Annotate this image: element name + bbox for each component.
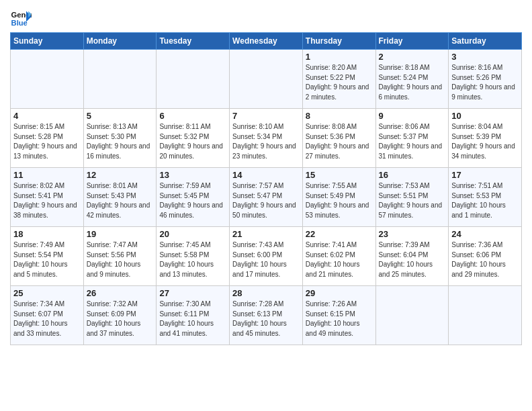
day-cell: 15Sunrise: 7:55 AM Sunset: 5:49 PM Dayli… xyxy=(302,168,375,227)
day-cell: 26Sunrise: 7:32 AM Sunset: 6:09 PM Dayli… xyxy=(83,286,157,345)
day-cell xyxy=(375,286,449,345)
day-info: Sunrise: 8:15 AM Sunset: 5:28 PM Dayligh… xyxy=(13,122,81,161)
day-number: 27 xyxy=(159,288,226,298)
day-cell: 6Sunrise: 8:11 AM Sunset: 5:32 PM Daylig… xyxy=(157,109,230,168)
day-number: 29 xyxy=(306,288,373,298)
day-number: 28 xyxy=(232,288,300,298)
day-number: 13 xyxy=(159,170,226,180)
day-cell: 9Sunrise: 8:06 AM Sunset: 5:37 PM Daylig… xyxy=(375,109,449,168)
week-row-5: 25Sunrise: 7:34 AM Sunset: 6:07 PM Dayli… xyxy=(11,286,522,345)
day-info: Sunrise: 7:43 AM Sunset: 6:00 PM Dayligh… xyxy=(232,240,300,279)
day-number: 8 xyxy=(306,111,373,121)
day-number: 9 xyxy=(379,111,446,121)
day-info: Sunrise: 8:18 AM Sunset: 5:24 PM Dayligh… xyxy=(379,63,446,102)
day-cell xyxy=(83,50,157,109)
header-row-days: SundayMondayTuesdayWednesdayThursdayFrid… xyxy=(11,33,522,50)
day-number: 4 xyxy=(13,111,81,121)
day-info: Sunrise: 8:06 AM Sunset: 5:37 PM Dayligh… xyxy=(379,122,446,161)
day-number: 14 xyxy=(232,170,300,180)
week-row-2: 4Sunrise: 8:15 AM Sunset: 5:28 PM Daylig… xyxy=(11,109,522,168)
day-cell: 28Sunrise: 7:28 AM Sunset: 6:13 PM Dayli… xyxy=(230,286,303,345)
day-number: 12 xyxy=(87,170,154,180)
day-info: Sunrise: 8:01 AM Sunset: 5:43 PM Dayligh… xyxy=(87,181,154,220)
day-cell: 1Sunrise: 8:20 AM Sunset: 5:22 PM Daylig… xyxy=(302,50,375,109)
day-number: 15 xyxy=(306,170,373,180)
day-cell xyxy=(230,50,303,109)
day-cell: 19Sunrise: 7:47 AM Sunset: 5:56 PM Dayli… xyxy=(83,227,157,286)
day-cell: 13Sunrise: 7:59 AM Sunset: 5:45 PM Dayli… xyxy=(157,168,230,227)
day-number: 6 xyxy=(159,111,226,121)
day-info: Sunrise: 7:36 AM Sunset: 6:06 PM Dayligh… xyxy=(451,240,519,279)
col-header-monday: Monday xyxy=(83,33,157,50)
day-number: 11 xyxy=(13,170,81,180)
day-info: Sunrise: 7:41 AM Sunset: 6:02 PM Dayligh… xyxy=(306,240,373,279)
day-info: Sunrise: 8:10 AM Sunset: 5:34 PM Dayligh… xyxy=(232,122,300,161)
day-cell: 3Sunrise: 8:16 AM Sunset: 5:26 PM Daylig… xyxy=(449,50,522,109)
day-number: 18 xyxy=(13,229,81,239)
week-row-4: 18Sunrise: 7:49 AM Sunset: 5:54 PM Dayli… xyxy=(11,227,522,286)
day-info: Sunrise: 7:34 AM Sunset: 6:07 PM Dayligh… xyxy=(13,300,81,338)
col-header-wednesday: Wednesday xyxy=(230,33,303,50)
day-cell: 18Sunrise: 7:49 AM Sunset: 5:54 PM Dayli… xyxy=(11,227,84,286)
day-cell: 23Sunrise: 7:39 AM Sunset: 6:04 PM Dayli… xyxy=(375,227,449,286)
day-cell: 10Sunrise: 8:04 AM Sunset: 5:39 PM Dayli… xyxy=(449,109,522,168)
day-cell xyxy=(11,50,84,109)
day-info: Sunrise: 7:49 AM Sunset: 5:54 PM Dayligh… xyxy=(13,240,81,279)
week-row-1: 1Sunrise: 8:20 AM Sunset: 5:22 PM Daylig… xyxy=(11,50,522,109)
day-cell: 5Sunrise: 8:13 AM Sunset: 5:30 PM Daylig… xyxy=(83,109,157,168)
day-cell: 20Sunrise: 7:45 AM Sunset: 5:58 PM Dayli… xyxy=(157,227,230,286)
calendar-table: SundayMondayTuesdayWednesdayThursdayFrid… xyxy=(10,32,522,345)
day-number: 22 xyxy=(306,229,373,239)
day-cell: 12Sunrise: 8:01 AM Sunset: 5:43 PM Dayli… xyxy=(83,168,157,227)
day-cell xyxy=(449,286,522,345)
day-info: Sunrise: 7:39 AM Sunset: 6:04 PM Dayligh… xyxy=(379,240,446,279)
day-cell: 25Sunrise: 7:34 AM Sunset: 6:07 PM Dayli… xyxy=(11,286,84,345)
col-header-friday: Friday xyxy=(375,33,449,50)
day-number: 17 xyxy=(451,170,519,180)
day-number: 24 xyxy=(451,229,519,239)
day-info: Sunrise: 8:02 AM Sunset: 5:41 PM Dayligh… xyxy=(13,181,81,220)
week-row-3: 11Sunrise: 8:02 AM Sunset: 5:41 PM Dayli… xyxy=(11,168,522,227)
day-info: Sunrise: 8:04 AM Sunset: 5:39 PM Dayligh… xyxy=(451,122,519,161)
day-cell: 27Sunrise: 7:30 AM Sunset: 6:11 PM Dayli… xyxy=(157,286,230,345)
day-number: 5 xyxy=(87,111,154,121)
day-number: 2 xyxy=(379,52,446,62)
day-number: 19 xyxy=(87,229,154,239)
day-info: Sunrise: 7:47 AM Sunset: 5:56 PM Dayligh… xyxy=(87,240,154,279)
day-cell: 14Sunrise: 7:57 AM Sunset: 5:47 PM Dayli… xyxy=(230,168,303,227)
day-number: 16 xyxy=(379,170,446,180)
day-info: Sunrise: 7:32 AM Sunset: 6:09 PM Dayligh… xyxy=(87,300,154,338)
day-info: Sunrise: 7:45 AM Sunset: 5:58 PM Dayligh… xyxy=(159,240,226,279)
day-cell: 2Sunrise: 8:18 AM Sunset: 5:24 PM Daylig… xyxy=(375,50,449,109)
day-info: Sunrise: 7:57 AM Sunset: 5:47 PM Dayligh… xyxy=(232,181,300,220)
day-cell: 24Sunrise: 7:36 AM Sunset: 6:06 PM Dayli… xyxy=(449,227,522,286)
header-row: General Blue xyxy=(10,7,522,28)
day-info: Sunrise: 8:13 AM Sunset: 5:30 PM Dayligh… xyxy=(87,122,154,161)
main-container: General Blue SundayMondayTuesdayWednesda… xyxy=(0,0,532,351)
day-number: 10 xyxy=(451,111,519,121)
day-info: Sunrise: 7:59 AM Sunset: 5:45 PM Dayligh… xyxy=(159,181,226,220)
day-info: Sunrise: 7:53 AM Sunset: 5:51 PM Dayligh… xyxy=(379,181,446,220)
day-number: 3 xyxy=(451,52,519,62)
col-header-sunday: Sunday xyxy=(11,33,84,50)
col-header-saturday: Saturday xyxy=(449,33,522,50)
day-info: Sunrise: 8:08 AM Sunset: 5:36 PM Dayligh… xyxy=(306,122,373,161)
day-number: 1 xyxy=(306,52,373,62)
day-info: Sunrise: 8:16 AM Sunset: 5:26 PM Dayligh… xyxy=(451,63,519,102)
day-info: Sunrise: 8:20 AM Sunset: 5:22 PM Dayligh… xyxy=(306,63,373,102)
day-number: 23 xyxy=(379,229,446,239)
day-cell xyxy=(157,50,230,109)
logo: General Blue xyxy=(10,7,34,28)
day-info: Sunrise: 7:28 AM Sunset: 6:13 PM Dayligh… xyxy=(232,300,300,338)
day-cell: 29Sunrise: 7:26 AM Sunset: 6:15 PM Dayli… xyxy=(302,286,375,345)
day-cell: 21Sunrise: 7:43 AM Sunset: 6:00 PM Dayli… xyxy=(230,227,303,286)
day-number: 7 xyxy=(232,111,300,121)
day-cell: 17Sunrise: 7:51 AM Sunset: 5:53 PM Dayli… xyxy=(449,168,522,227)
day-info: Sunrise: 8:11 AM Sunset: 5:32 PM Dayligh… xyxy=(159,122,226,161)
day-info: Sunrise: 7:26 AM Sunset: 6:15 PM Dayligh… xyxy=(306,300,373,338)
col-header-tuesday: Tuesday xyxy=(157,33,230,50)
day-cell: 8Sunrise: 8:08 AM Sunset: 5:36 PM Daylig… xyxy=(302,109,375,168)
day-number: 25 xyxy=(13,288,81,298)
day-number: 26 xyxy=(87,288,154,298)
day-info: Sunrise: 7:55 AM Sunset: 5:49 PM Dayligh… xyxy=(306,181,373,220)
